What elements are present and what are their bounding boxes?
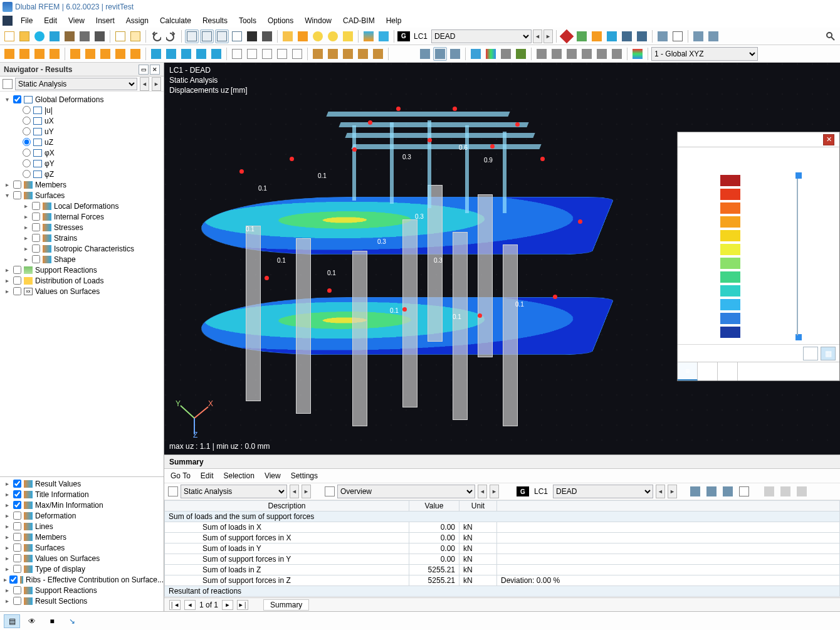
- summary-type-next[interactable]: ►: [302, 485, 311, 498]
- result-diagram-icon[interactable]: [575, 29, 589, 43]
- surf-internal-check[interactable]: [32, 213, 40, 221]
- iso-lines-icon[interactable]: [484, 47, 498, 61]
- opt-check[interactable]: [13, 554, 21, 562]
- surf-stress-check[interactable]: [32, 223, 40, 231]
- comp-uz[interactable]: uZ: [45, 138, 53, 147]
- loadcase-prev[interactable]: ◄: [533, 29, 542, 43]
- show-loads-icon[interactable]: [377, 29, 391, 43]
- summary-menu-goto[interactable]: Go To: [171, 471, 191, 480]
- node-surfaces[interactable]: Surfaces: [35, 191, 65, 200]
- export-icon[interactable]: [762, 485, 776, 498]
- copy-icon[interactable]: [113, 29, 127, 43]
- node-surfaces-check[interactable]: [13, 191, 21, 199]
- grid3-tool-icon[interactable]: [260, 47, 274, 61]
- opt-check[interactable]: [13, 533, 21, 541]
- summary-lc-prev[interactable]: ◄: [656, 485, 665, 498]
- node-distload-check[interactable]: [13, 276, 21, 285]
- radio-phiy[interactable]: [23, 159, 31, 167]
- solid-tool-icon[interactable]: [83, 47, 97, 61]
- display-toggle-icon[interactable]: [656, 29, 669, 43]
- surf-localdef[interactable]: Local Deformations: [54, 202, 118, 211]
- col-description[interactable]: Description: [165, 501, 409, 512]
- opt-label[interactable]: Surfaces: [35, 543, 65, 552]
- addon-icon[interactable]: [260, 29, 274, 43]
- analysis-type-select[interactable]: Static Analysis: [15, 78, 137, 90]
- menu-insert[interactable]: Insert: [90, 14, 120, 28]
- opt-check[interactable]: [13, 480, 21, 488]
- block-manager-icon[interactable]: [48, 29, 61, 43]
- clip2-icon[interactable]: [550, 47, 564, 61]
- cloud-icon[interactable]: [33, 29, 46, 43]
- menu-window[interactable]: Window: [299, 14, 337, 28]
- node-valsurf[interactable]: Values on Surfaces: [35, 287, 100, 296]
- release-tool-icon[interactable]: [129, 47, 142, 61]
- misc-4-icon[interactable]: [356, 47, 370, 61]
- surf-strain-check[interactable]: [32, 234, 40, 242]
- system-menu-icon[interactable]: [0, 14, 15, 28]
- node-support-check[interactable]: [13, 266, 21, 274]
- show-values-icon[interactable]: [737, 485, 751, 498]
- redo-icon[interactable]: [164, 29, 178, 43]
- summary-view-next[interactable]: ►: [490, 485, 499, 498]
- tile-view-icon[interactable]: [706, 29, 720, 43]
- opt-check[interactable]: [13, 490, 21, 498]
- columns-icon[interactable]: [795, 485, 809, 498]
- color-scale-icon[interactable]: [631, 47, 644, 61]
- node-members-check[interactable]: [13, 181, 21, 189]
- summary-table[interactable]: Description Value Unit Sum of loads and …: [164, 500, 840, 597]
- summary-type-prev[interactable]: ◄: [290, 485, 299, 498]
- analysis-next[interactable]: ►: [152, 77, 161, 91]
- surf-localdef-check[interactable]: [32, 202, 40, 210]
- results-table-icon[interactable]: [230, 29, 244, 43]
- comp-u[interactable]: |u|: [45, 106, 53, 115]
- col-note[interactable]: [497, 501, 840, 512]
- summary-tab[interactable]: Summary: [263, 599, 309, 611]
- view-solid-icon[interactable]: [448, 47, 462, 61]
- opt-check[interactable]: [13, 597, 21, 605]
- grid2-tool-icon[interactable]: [245, 47, 259, 61]
- scale-tool-icon[interactable]: [194, 47, 208, 61]
- node-distload[interactable]: Distribution of Loads: [35, 276, 103, 285]
- summary-menu-settings[interactable]: Settings: [291, 471, 318, 480]
- mirror-tool-icon[interactable]: [179, 47, 193, 61]
- clip6-icon[interactable]: [610, 47, 624, 61]
- view-wire-icon[interactable]: [433, 47, 447, 61]
- menu-edit[interactable]: Edit: [38, 14, 63, 28]
- navigator-options[interactable]: ▸Result Values▸Title Information▸Max/Min…: [0, 476, 164, 611]
- new-file-icon[interactable]: [3, 29, 16, 43]
- summary-menu-edit[interactable]: Edit: [201, 471, 214, 480]
- opt-label[interactable]: Title Information: [35, 490, 89, 499]
- pager-next[interactable]: ►: [222, 600, 233, 610]
- show-in-view-icon[interactable]: [688, 485, 702, 498]
- legend-slider-top[interactable]: [795, 172, 802, 179]
- pager-first[interactable]: │◄: [169, 600, 181, 610]
- col-unit[interactable]: Unit: [459, 501, 497, 512]
- comp-phiz[interactable]: φZ: [45, 170, 54, 179]
- radio-uy[interactable]: [23, 127, 31, 135]
- diagram-icon[interactable]: [469, 47, 483, 61]
- summary-view-prev[interactable]: ◄: [478, 485, 487, 498]
- hinge-tool-icon[interactable]: [113, 47, 127, 61]
- comp-uy[interactable]: uY: [45, 127, 54, 136]
- menu-view[interactable]: View: [63, 14, 90, 28]
- paste-icon[interactable]: [129, 29, 142, 43]
- opt-check[interactable]: [9, 575, 18, 584]
- opt-check[interactable]: [13, 501, 21, 509]
- comp-phiy[interactable]: φY: [45, 159, 55, 168]
- surf-shape[interactable]: Shape: [54, 255, 76, 264]
- summary-lc-select[interactable]: DEAD: [553, 485, 653, 498]
- clip3-icon[interactable]: [565, 47, 579, 61]
- result-arrow-icon[interactable]: [590, 29, 604, 43]
- opt-label[interactable]: Result Sections: [35, 597, 87, 606]
- opt-label[interactable]: Type of display: [35, 565, 85, 574]
- load-wizard-icon[interactable]: [362, 29, 375, 43]
- loadcase-next[interactable]: ►: [543, 29, 553, 43]
- rotate-tool-icon[interactable]: [164, 47, 178, 61]
- measure-icon[interactable]: [341, 29, 355, 43]
- save-icon[interactable]: [78, 29, 92, 43]
- summary-type-select[interactable]: Static Analysis: [181, 485, 287, 498]
- pager-last[interactable]: ►│: [237, 600, 248, 610]
- clip5-icon[interactable]: [595, 47, 609, 61]
- opt-label[interactable]: Support Reactions: [35, 586, 97, 595]
- search-icon[interactable]: [824, 29, 837, 43]
